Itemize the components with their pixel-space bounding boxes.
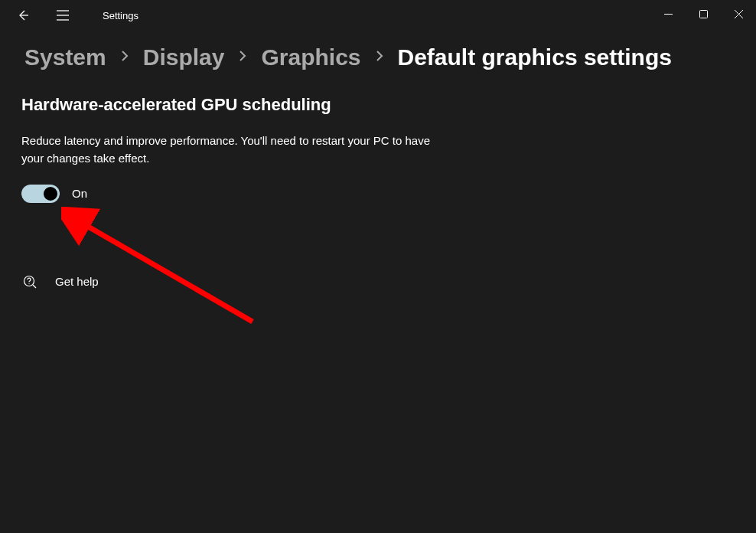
back-button[interactable] — [14, 6, 32, 25]
gpu-scheduling-toggle[interactable] — [21, 185, 60, 203]
svg-rect-4 — [699, 10, 707, 18]
breadcrumb-system[interactable]: System — [24, 44, 106, 70]
close-button[interactable] — [721, 0, 756, 28]
chevron-right-icon — [120, 47, 129, 67]
maximize-button[interactable] — [686, 0, 721, 28]
minimize-button[interactable] — [650, 0, 686, 28]
breadcrumb: System Display Graphics Default graphics… — [0, 31, 756, 70]
help-icon — [21, 273, 38, 290]
close-icon — [735, 10, 743, 18]
content: Hardware-accelerated GPU scheduling Redu… — [0, 70, 756, 290]
minimize-icon — [664, 10, 673, 18]
get-help-link[interactable]: Get help — [21, 273, 756, 290]
section-title: Hardware-accelerated GPU scheduling — [21, 95, 756, 115]
titlebar: Settings — [0, 0, 756, 31]
svg-point-8 — [28, 283, 29, 283]
toggle-row: On — [21, 185, 756, 203]
breadcrumb-graphics[interactable]: Graphics — [261, 44, 360, 70]
breadcrumb-display[interactable]: Display — [143, 44, 225, 70]
app-title: Settings — [103, 10, 138, 21]
menu-button[interactable] — [54, 6, 72, 25]
help-label: Get help — [55, 275, 99, 288]
chevron-right-icon — [238, 47, 247, 67]
maximize-icon — [699, 10, 708, 18]
hamburger-icon — [57, 10, 69, 21]
section-description: Reduce latency and improve performance. … — [21, 132, 450, 168]
chevron-right-icon — [375, 47, 384, 67]
titlebar-left: Settings — [0, 6, 138, 25]
toggle-state-label: On — [72, 187, 87, 200]
back-arrow-icon — [17, 9, 29, 21]
toggle-knob — [44, 187, 57, 201]
window-controls — [650, 0, 756, 28]
breadcrumb-current: Default graphics settings — [398, 44, 672, 70]
